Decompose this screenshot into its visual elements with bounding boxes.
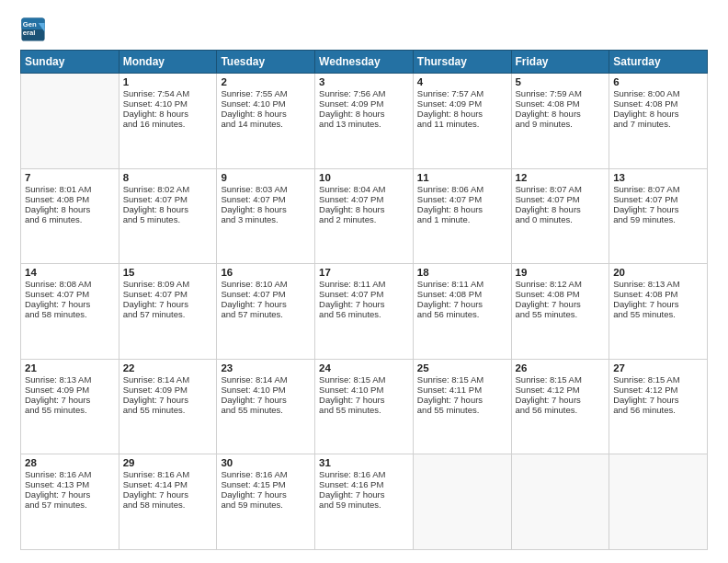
day-info-line: Sunrise: 8:14 AM bbox=[221, 374, 311, 385]
day-info-line: Sunset: 4:15 PM bbox=[221, 479, 311, 489]
day-info-line: Sunset: 4:08 PM bbox=[516, 98, 606, 109]
day-info-line: and 55 minutes. bbox=[319, 405, 409, 415]
day-info-line: Sunset: 4:07 PM bbox=[221, 289, 311, 299]
day-number: 2 bbox=[221, 76, 311, 87]
day-number: 6 bbox=[613, 76, 703, 87]
day-info-line: Sunrise: 8:16 AM bbox=[25, 469, 115, 479]
day-cell: 8Sunrise: 8:02 AMSunset: 4:07 PMDaylight… bbox=[119, 168, 217, 264]
day-info-line: and 7 minutes. bbox=[613, 119, 703, 129]
day-info-line: and 56 minutes. bbox=[613, 405, 703, 415]
day-info-line: Sunset: 4:07 PM bbox=[613, 194, 703, 204]
day-cell: 17Sunrise: 8:11 AMSunset: 4:07 PMDayligh… bbox=[315, 264, 414, 360]
day-cell: 22Sunrise: 8:14 AMSunset: 4:09 PMDayligh… bbox=[119, 359, 217, 454]
day-info-line: Sunrise: 8:06 AM bbox=[417, 184, 507, 194]
day-info-line: Sunrise: 8:02 AM bbox=[123, 184, 213, 194]
day-info-line: Sunset: 4:08 PM bbox=[613, 98, 703, 109]
day-number: 9 bbox=[221, 172, 311, 183]
day-info-line: and 57 minutes. bbox=[25, 500, 115, 510]
day-cell: 16Sunrise: 8:10 AMSunset: 4:07 PMDayligh… bbox=[217, 264, 315, 360]
day-number: 11 bbox=[417, 172, 507, 183]
day-cell: 29Sunrise: 8:16 AMSunset: 4:14 PMDayligh… bbox=[119, 454, 217, 550]
day-info-line: and 16 minutes. bbox=[123, 119, 213, 129]
day-info-line: Daylight: 7 hours bbox=[221, 395, 311, 405]
day-number: 22 bbox=[123, 362, 213, 373]
day-info-line: and 58 minutes. bbox=[25, 309, 115, 319]
day-cell bbox=[413, 454, 511, 550]
day-info-line: Sunset: 4:12 PM bbox=[613, 385, 703, 395]
day-cell: 3Sunrise: 7:56 AMSunset: 4:09 PMDaylight… bbox=[315, 74, 414, 169]
day-cell bbox=[511, 454, 609, 550]
day-info-line: Sunset: 4:14 PM bbox=[123, 479, 213, 489]
day-info-line: Sunrise: 8:16 AM bbox=[319, 469, 409, 479]
day-cell: 28Sunrise: 8:16 AMSunset: 4:13 PMDayligh… bbox=[21, 454, 119, 550]
day-info-line: Sunrise: 8:15 AM bbox=[613, 374, 703, 385]
day-info-line: Daylight: 8 hours bbox=[613, 109, 703, 119]
day-info-line: Sunset: 4:09 PM bbox=[319, 98, 409, 109]
day-info-line: Daylight: 7 hours bbox=[123, 489, 213, 500]
day-info-line: Sunset: 4:09 PM bbox=[417, 98, 507, 109]
day-info-line: Daylight: 8 hours bbox=[319, 204, 409, 214]
day-info-line: Sunrise: 8:15 AM bbox=[417, 374, 507, 385]
day-info-line: Sunrise: 8:15 AM bbox=[319, 374, 409, 385]
day-number: 18 bbox=[417, 267, 507, 278]
day-cell: 26Sunrise: 8:15 AMSunset: 4:12 PMDayligh… bbox=[511, 359, 609, 454]
day-cell: 21Sunrise: 8:13 AMSunset: 4:09 PMDayligh… bbox=[21, 359, 119, 454]
day-info-line: Daylight: 8 hours bbox=[221, 204, 311, 214]
day-info-line: Sunrise: 8:01 AM bbox=[25, 184, 115, 194]
day-number: 7 bbox=[25, 172, 115, 183]
weekday-header-thursday: Thursday bbox=[413, 51, 511, 74]
day-info-line: and 55 minutes. bbox=[613, 309, 703, 319]
day-info-line: Daylight: 7 hours bbox=[123, 299, 213, 309]
day-info-line: Sunrise: 8:12 AM bbox=[516, 279, 606, 289]
day-info-line: Daylight: 8 hours bbox=[123, 109, 213, 119]
day-info-line: Sunrise: 8:08 AM bbox=[25, 279, 115, 289]
day-info-line: and 14 minutes. bbox=[221, 119, 311, 129]
svg-text:eral: eral bbox=[23, 29, 36, 37]
weekday-header-saturday: Saturday bbox=[609, 51, 708, 74]
day-info-line: Daylight: 8 hours bbox=[221, 109, 311, 119]
day-info-line: and 57 minutes. bbox=[221, 309, 311, 319]
day-info-line: Daylight: 7 hours bbox=[123, 395, 213, 405]
header: Gen eral bbox=[20, 17, 708, 42]
day-number: 31 bbox=[319, 457, 409, 468]
weekday-header-row: SundayMondayTuesdayWednesdayThursdayFrid… bbox=[21, 51, 708, 74]
day-info-line: and 11 minutes. bbox=[417, 119, 507, 129]
day-number: 5 bbox=[516, 76, 606, 87]
day-cell: 1Sunrise: 7:54 AMSunset: 4:10 PMDaylight… bbox=[119, 74, 217, 169]
day-number: 4 bbox=[417, 76, 507, 87]
day-info-line: and 3 minutes. bbox=[221, 214, 311, 224]
week-row-2: 7Sunrise: 8:01 AMSunset: 4:08 PMDaylight… bbox=[21, 168, 708, 264]
day-info-line: Sunrise: 8:13 AM bbox=[25, 374, 115, 385]
day-info-line: Daylight: 7 hours bbox=[613, 204, 703, 214]
week-row-1: 1Sunrise: 7:54 AMSunset: 4:10 PMDaylight… bbox=[21, 74, 708, 169]
day-info-line: Daylight: 7 hours bbox=[516, 395, 606, 405]
day-info-line: and 1 minute. bbox=[417, 214, 507, 224]
day-info-line: Sunset: 4:10 PM bbox=[221, 385, 311, 395]
day-info-line: Sunset: 4:09 PM bbox=[25, 385, 115, 395]
day-info-line: Sunset: 4:11 PM bbox=[417, 385, 507, 395]
day-number: 17 bbox=[319, 267, 409, 278]
calendar-table: SundayMondayTuesdayWednesdayThursdayFrid… bbox=[20, 50, 708, 550]
day-info-line: Daylight: 7 hours bbox=[417, 299, 507, 309]
day-info-line: Sunset: 4:10 PM bbox=[221, 98, 311, 109]
day-info-line: Daylight: 8 hours bbox=[25, 204, 115, 214]
day-info-line: and 9 minutes. bbox=[516, 119, 606, 129]
day-info-line: and 55 minutes. bbox=[221, 405, 311, 415]
day-info-line: Sunset: 4:07 PM bbox=[221, 194, 311, 204]
logo-icon: Gen eral bbox=[20, 17, 46, 42]
day-info-line: and 58 minutes. bbox=[123, 500, 213, 510]
day-info-line: Sunrise: 8:07 AM bbox=[613, 184, 703, 194]
day-info-line: Sunrise: 7:59 AM bbox=[516, 88, 606, 98]
day-cell: 24Sunrise: 8:15 AMSunset: 4:10 PMDayligh… bbox=[315, 359, 414, 454]
day-info-line: Sunrise: 8:03 AM bbox=[221, 184, 311, 194]
day-info-line: Sunset: 4:08 PM bbox=[613, 289, 703, 299]
day-number: 15 bbox=[123, 267, 213, 278]
day-cell: 23Sunrise: 8:14 AMSunset: 4:10 PMDayligh… bbox=[217, 359, 315, 454]
day-info-line: Sunset: 4:08 PM bbox=[516, 289, 606, 299]
weekday-header-wednesday: Wednesday bbox=[315, 51, 414, 74]
day-info-line: and 6 minutes. bbox=[25, 214, 115, 224]
day-info-line: Sunrise: 7:56 AM bbox=[319, 88, 409, 98]
day-info-line: Sunset: 4:12 PM bbox=[516, 385, 606, 395]
day-info-line: Sunset: 4:13 PM bbox=[25, 479, 115, 489]
day-info-line: Sunrise: 7:54 AM bbox=[123, 88, 213, 98]
